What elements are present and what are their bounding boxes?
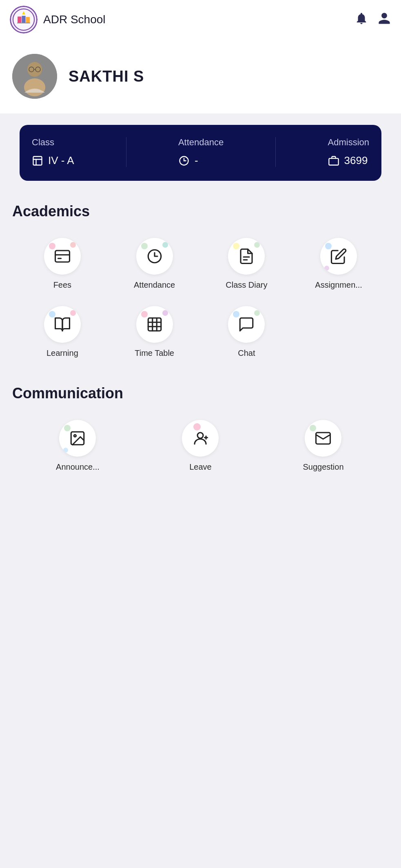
svg-point-30 [74,435,76,437]
info-card: Class IV - A Attendance - [20,125,381,181]
assignments-icon-circle [320,238,357,275]
svg-rect-2 [22,16,25,23]
leave-icon-circle [182,420,219,457]
academics-title: Academics [12,203,389,220]
timetable-label: Time Table [135,349,174,358]
fees-item[interactable]: Fees [16,230,109,298]
student-avatar [12,54,57,99]
svg-marker-5 [22,11,25,14]
profile-icon[interactable] [377,11,391,28]
fees-icon-circle [44,238,81,275]
admission-value: 3699 [328,154,369,167]
assignments-label: Assignmen... [315,280,362,290]
notification-icon[interactable] [354,11,368,28]
admission-label: Admission [328,137,369,148]
communication-section: Communication Announce... [0,370,401,484]
fees-label: Fees [53,280,71,290]
class-diary-icon-circle [228,238,265,275]
timetable-icon-circle [136,306,173,343]
class-value: IV - A [32,154,74,167]
announcements-label: Announce... [56,462,100,472]
class-label: Class [32,137,74,148]
class-diary-item[interactable]: Class Diary [201,230,293,298]
svg-rect-24 [148,318,161,331]
svg-rect-3 [26,17,30,22]
school-logo[interactable] [10,6,38,33]
attendance-info: Attendance - [178,137,224,167]
attendance-icon [146,248,163,265]
fees-icon [54,248,71,265]
learning-label: Learning [47,349,78,358]
suggestion-item[interactable]: Suggestion [262,412,385,480]
chat-icon-circle [228,306,265,343]
attendance-label: Attendance [178,137,224,148]
communication-title: Communication [12,385,389,402]
learning-icon-circle [44,306,81,343]
profile-section: SAKTHI S [0,39,401,113]
academics-section: Academics Fees [0,193,401,370]
leave-item[interactable]: Leave [139,412,262,480]
chat-label: Chat [238,349,255,358]
class-info: Class IV - A [32,137,74,167]
assignments-item[interactable]: Assignmen... [292,230,385,298]
announcements-icon [69,430,86,447]
attendance-label: Attendance [134,280,175,290]
student-name: SAKTHI S [69,68,144,85]
header-actions [354,11,391,28]
leave-icon [192,430,209,447]
attendance-value: - [178,154,224,167]
svg-rect-12 [33,156,42,165]
timetable-item[interactable]: Time Table [109,298,201,366]
svg-rect-18 [55,251,69,262]
learning-icon [54,316,71,333]
assignments-icon [330,248,347,265]
communication-grid: Announce... Leave [12,412,389,480]
class-diary-icon [238,248,255,265]
academics-grid: Fees Attendance [12,230,389,366]
class-diary-label: Class Diary [226,280,267,290]
attendance-item[interactable]: Attendance [109,230,201,298]
leave-label: Leave [189,462,212,472]
suggestion-icon [315,430,332,447]
admission-info: Admission 3699 [328,137,369,167]
learning-item[interactable]: Learning [16,298,109,366]
announcements-icon-circle [59,420,96,457]
attendance-icon-circle [136,238,173,275]
suggestion-icon-circle [305,420,341,457]
chat-item[interactable]: Chat [201,298,293,366]
school-name: ADR School [43,13,349,26]
svg-rect-17 [329,158,338,165]
chat-icon [238,316,255,333]
header: ADR School [0,0,401,39]
svg-point-31 [197,433,203,438]
timetable-icon [146,316,163,333]
svg-point-8 [24,78,45,96]
suggestion-label: Suggestion [303,462,343,472]
announcements-item[interactable]: Announce... [16,412,139,480]
svg-rect-1 [18,17,21,23]
